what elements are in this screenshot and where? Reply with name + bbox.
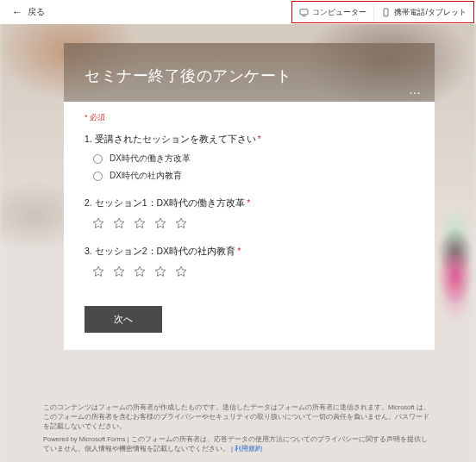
footer-powered: Powered by Microsoft Forms: [43, 435, 125, 443]
form-title: セミナー終了後のアンケート: [85, 66, 414, 86]
star-icon[interactable]: [112, 265, 126, 278]
device-computer-label: コンピューター: [312, 7, 366, 18]
device-computer-button[interactable]: コンピューター: [292, 2, 373, 22]
svg-point-2: [386, 15, 387, 16]
top-bar: ← 戻る コンピューター 携帯電話/タブレット: [0, 0, 476, 24]
terms-link[interactable]: | 利用規約: [231, 445, 262, 453]
star-icon[interactable]: [153, 265, 167, 278]
question-3-label: 3. セッション2：DX時代の社内教育*: [85, 246, 414, 258]
q1-option-1-label: DX時代の働き方改革: [110, 153, 191, 165]
star-icon[interactable]: [91, 216, 105, 230]
q1-option-1[interactable]: DX時代の働き方改革: [93, 153, 414, 165]
question-3: 3. セッション2：DX時代の社内教育*: [85, 246, 414, 278]
back-button[interactable]: ← 戻る: [0, 6, 57, 18]
question-2: 2. セッション1：DX時代の働き方改革*: [85, 197, 414, 230]
required-indicator: 必須: [85, 112, 414, 123]
device-mobile-label: 携帯電話/タブレット: [394, 7, 467, 18]
form-header: セミナー終了後のアンケート …: [64, 43, 435, 102]
svg-rect-0: [301, 9, 309, 14]
star-icon[interactable]: [133, 265, 147, 278]
radio-icon: [93, 154, 103, 164]
star-icon[interactable]: [91, 265, 105, 278]
q1-option-2-label: DX時代の社内教育: [110, 170, 182, 182]
device-toggle-group: コンピューター 携帯電話/タブレット: [291, 1, 474, 23]
question-1: 1. 受講されたセッションを教えて下さい* DX時代の働き方改革 DX時代の社内…: [85, 134, 414, 182]
form-body: 必須 1. 受講されたセッションを教えて下さい* DX時代の働き方改革 DX時代…: [64, 102, 435, 350]
star-icon[interactable]: [174, 216, 188, 230]
next-button[interactable]: 次へ: [85, 306, 162, 333]
star-icon[interactable]: [133, 216, 147, 230]
form-card: セミナー終了後のアンケート … 必須 1. 受講されたセッションを教えて下さい*…: [64, 43, 435, 350]
more-button[interactable]: …: [409, 83, 423, 97]
computer-icon: [299, 8, 309, 17]
arrow-left-icon: ←: [12, 6, 22, 18]
footer-disclaimer: このコンテンツはフォームの所有者が作成したものです。送信したデータはフォームの所…: [43, 403, 433, 432]
q3-rating: [91, 265, 414, 278]
question-1-label: 1. 受講されたセッションを教えて下さい*: [85, 134, 414, 146]
q2-rating: [91, 216, 414, 230]
star-icon[interactable]: [112, 216, 126, 230]
star-icon[interactable]: [174, 265, 188, 278]
q1-option-2[interactable]: DX時代の社内教育: [93, 170, 414, 182]
device-mobile-button[interactable]: 携帯電話/タブレット: [373, 2, 473, 22]
star-icon[interactable]: [153, 216, 167, 230]
footer: このコンテンツはフォームの所有者が作成したものです。送信したデータはフォームの所…: [43, 403, 433, 453]
mobile-icon: [381, 8, 391, 17]
question-2-label: 2. セッション1：DX時代の働き方改革*: [85, 197, 414, 209]
back-label: 戻る: [28, 6, 45, 18]
radio-icon: [93, 172, 103, 181]
